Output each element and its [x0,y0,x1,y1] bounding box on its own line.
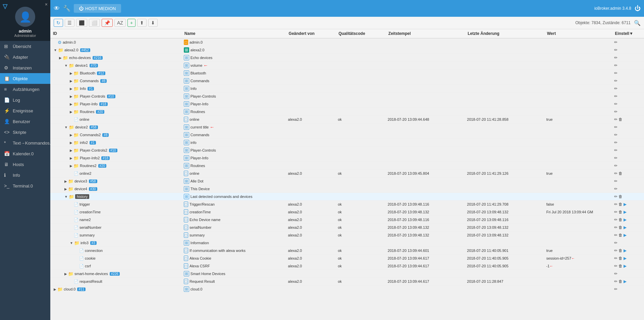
edit-icon[interactable]: ✏ [614,40,618,45]
edit-icon[interactable]: ✏ [614,71,618,75]
extra-icon[interactable]: ▶ [624,202,627,207]
delete-icon[interactable]: 🗑 [619,217,623,222]
download-button[interactable]: ⬇ [148,19,158,27]
expand-icon[interactable]: ▶ [70,102,72,106]
expand-icon[interactable]: ▼ [64,195,68,199]
filter-icon[interactable]: 🔍 [634,20,641,26]
edit-icon[interactable]: ✏ [614,233,618,237]
extra-icon[interactable]: ▶ [624,248,627,253]
extra-icon[interactable]: ▶ [624,210,627,214]
edit-icon[interactable]: ✏ [614,271,618,276]
delete-icon[interactable]: 🗑 [619,264,623,268]
expand-icon[interactable]: ▶ [70,156,72,160]
edit-icon[interactable]: ✏ [614,140,618,145]
expand-icon[interactable]: ▶ [70,79,72,83]
expand-icon[interactable]: ▶ [64,272,67,276]
delete-icon[interactable]: 🗑 [619,202,623,207]
expand-icon[interactable]: ▼ [54,48,57,52]
collapse-button[interactable]: ⬛ [76,19,87,27]
expand-icon[interactable]: ▶ [64,187,67,191]
edit-icon[interactable]: ✏ [614,217,618,222]
list-button[interactable]: ☰ [65,19,74,27]
edit-icon[interactable]: ✏ [614,279,618,284]
expand-icon[interactable]: ▼ [64,125,68,129]
upload-button[interactable]: ⬆ [137,19,147,27]
expand-icon[interactable]: ▼ [70,241,73,245]
edit-icon[interactable]: ✏ [614,132,618,137]
edit-icon[interactable]: ✏ [614,163,618,168]
sidebar-item-objekte[interactable]: 📋Objekte [0,73,50,84]
add-button[interactable]: + [127,19,136,27]
delete-icon[interactable]: 🗑 [619,117,623,122]
sidebar-item-log[interactable]: 📄Log [0,95,50,105]
edit-icon[interactable]: ✏ [614,241,618,245]
delete-icon[interactable]: 🗑 [619,256,623,261]
expand-icon[interactable]: ▶ [64,179,67,183]
edit-icon[interactable]: ✏ [614,171,618,176]
edit-icon[interactable]: ✏ [614,264,618,268]
expand-icon[interactable]: ▶ [70,71,72,75]
edit-icon[interactable]: ✏ [614,210,618,214]
eye-icon[interactable]: 👁 [54,5,60,12]
delete-icon[interactable]: 🗑 [619,210,623,214]
sidebar-item-terminal[interactable]: >_Terminal.0 [0,180,50,191]
edit-icon[interactable]: ✏ [614,186,618,191]
sidebar-item-skripte[interactable]: <>Skripte [0,127,50,138]
edit-icon[interactable]: ✏ [614,117,618,122]
edit-icon[interactable]: ✏ [614,148,618,153]
edit-icon[interactable]: ✏ [614,256,618,261]
expand-icon[interactable]: ▼ [64,64,68,67]
edit-icon[interactable]: ✏ [614,194,618,199]
expand-icon[interactable]: ▶ [59,56,62,60]
extra-icon[interactable]: ▶ [624,225,627,230]
delete-icon[interactable]: 🗑 [619,171,623,176]
edit-icon[interactable]: ✏ [614,78,618,83]
edit-icon[interactable]: ✏ [614,55,618,60]
edit-icon[interactable]: ✏ [614,225,618,230]
delete-icon[interactable]: 🗑 [619,279,623,284]
sidebar-item-instanzen[interactable]: ⚙Instanzen [0,62,50,73]
sidebar-item-uebersicht[interactable]: ⊞Übersicht [0,41,50,52]
power-icon[interactable]: ⏻ [635,5,641,12]
host-button[interactable]: ⏻ HOST MEDION [74,4,121,13]
edit-icon[interactable]: ✏ [614,109,618,114]
expand-icon[interactable]: ▶ [70,95,72,98]
extra-icon[interactable]: ▶ [624,233,627,237]
edit-icon[interactable]: ✏ [614,202,618,207]
extra-icon[interactable]: ▶ [624,264,627,268]
az-button[interactable]: AZ [114,19,126,27]
edit-icon[interactable]: ✏ [614,156,618,160]
delete-icon[interactable]: 🗑 [619,225,623,230]
delete-icon[interactable]: 🗑 [619,233,623,237]
extra-icon[interactable]: ▶ [624,279,627,284]
edit-icon[interactable]: ✏ [614,94,618,99]
sidebar-item-ereignisse[interactable]: ⚡Ereignisse [0,105,50,116]
delete-icon[interactable]: 🗑 [619,248,623,253]
expand-icon[interactable]: ▶ [70,164,72,168]
expand-icon[interactable]: ▶ [70,149,72,152]
edit-icon[interactable]: ✏ [614,48,618,52]
edit-icon[interactable]: ✏ [614,63,618,68]
expand-icon[interactable]: ▶ [70,141,72,145]
expand-icon[interactable]: ▶ [54,287,56,291]
expand-icon[interactable]: ▶ [70,133,72,137]
extra-icon[interactable]: ▶ [624,256,627,261]
wrench-icon[interactable]: 🔧 [63,5,70,12]
edit-icon[interactable]: ✏ [614,125,618,129]
expand-icon[interactable]: ▶ [70,87,72,91]
sidebar-item-benutzer[interactable]: 👤Benutzer [0,116,50,127]
expand-button[interactable]: ⬜ [89,19,100,27]
edit-icon[interactable]: ✏ [614,287,618,291]
sidebar-item-info[interactable]: ℹInfo [0,170,50,180]
pin-button[interactable]: 📌 [102,19,113,27]
sidebar-item-kalender[interactable]: 📅Kalender.0 [0,148,50,159]
edit-icon[interactable]: ✏ [614,179,618,183]
delete-icon[interactable]: 🗑 [619,194,623,199]
sidebar-item-adapter[interactable]: 🔌Adapter [0,52,50,62]
sidebar-item-hosts[interactable]: 🖥Hosts [0,159,50,170]
expand-icon[interactable]: ▶ [70,110,72,114]
edit-icon[interactable]: ✏ [614,248,618,253]
close-button[interactable]: × [45,2,48,7]
extra-icon[interactable]: ▶ [624,217,627,222]
sidebar-item-text-kommandos[interactable]: *Text→Kommandos.0 [0,138,50,148]
